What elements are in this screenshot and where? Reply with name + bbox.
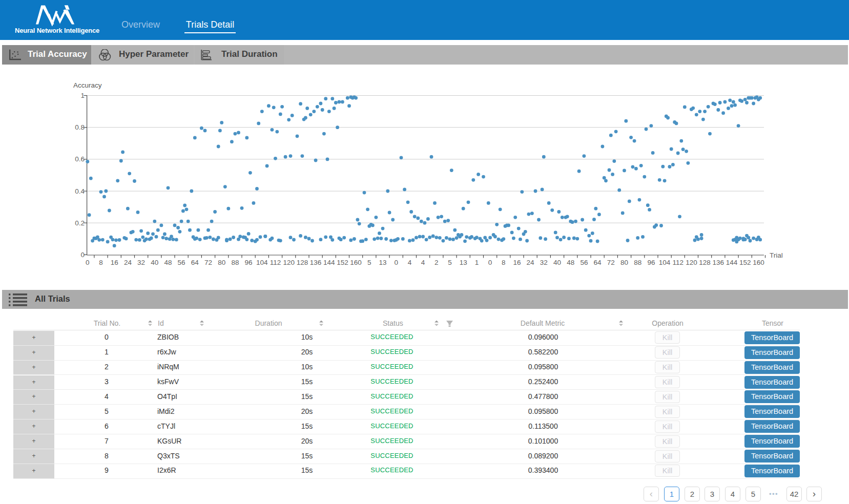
svg-text:128: 128 [297, 259, 308, 266]
svg-text:96: 96 [245, 259, 253, 266]
svg-text:4: 4 [408, 259, 412, 266]
svg-text:48: 48 [164, 259, 172, 266]
svg-text:160: 160 [350, 259, 362, 266]
svg-text:64: 64 [191, 259, 199, 266]
svg-text:152: 152 [337, 259, 348, 266]
svg-text:0: 0 [86, 259, 90, 266]
svg-text:0: 0 [394, 259, 398, 266]
svg-text:16: 16 [513, 259, 521, 266]
svg-text:144: 144 [323, 259, 335, 266]
svg-text:40: 40 [151, 259, 158, 266]
svg-text:0.4: 0.4 [75, 187, 85, 195]
svg-text:32: 32 [137, 259, 145, 266]
svg-text:24: 24 [124, 259, 132, 266]
svg-text:1: 1 [475, 259, 479, 266]
svg-text:0: 0 [488, 259, 492, 266]
svg-text:160: 160 [753, 259, 764, 266]
svg-text:0.6: 0.6 [75, 155, 85, 163]
svg-text:0.8: 0.8 [75, 123, 85, 131]
svg-text:80: 80 [620, 259, 628, 266]
svg-text:4: 4 [421, 259, 425, 266]
svg-text:13: 13 [379, 259, 386, 266]
svg-text:48: 48 [567, 259, 574, 266]
svg-text:1: 1 [80, 92, 85, 99]
svg-text:24: 24 [527, 259, 535, 266]
svg-text:5: 5 [448, 259, 452, 266]
svg-text:0: 0 [80, 251, 85, 259]
svg-text:136: 136 [310, 259, 322, 266]
svg-text:112: 112 [672, 259, 684, 266]
svg-text:104: 104 [659, 259, 671, 266]
svg-text:8: 8 [99, 259, 103, 266]
svg-text:64: 64 [594, 259, 602, 266]
svg-text:32: 32 [540, 259, 548, 266]
svg-text:120: 120 [686, 259, 697, 266]
svg-text:Accuracy: Accuracy [73, 81, 102, 89]
svg-text:120: 120 [283, 259, 295, 266]
svg-text:80: 80 [218, 259, 225, 266]
svg-text:13: 13 [460, 259, 467, 266]
svg-text:152: 152 [739, 259, 751, 266]
svg-text:88: 88 [634, 259, 641, 266]
svg-text:72: 72 [607, 259, 615, 266]
svg-text:Trial: Trial [770, 251, 783, 259]
svg-text:56: 56 [580, 259, 588, 266]
svg-text:128: 128 [699, 259, 711, 266]
svg-text:5: 5 [367, 259, 371, 266]
svg-text:2: 2 [434, 259, 439, 266]
svg-text:56: 56 [178, 259, 185, 266]
svg-text:72: 72 [204, 259, 212, 266]
svg-text:104: 104 [256, 259, 268, 266]
svg-text:96: 96 [647, 259, 655, 266]
svg-text:136: 136 [713, 259, 724, 266]
svg-text:88: 88 [231, 259, 239, 266]
svg-text:40: 40 [553, 259, 561, 266]
svg-text:144: 144 [726, 259, 738, 266]
svg-text:0.2: 0.2 [75, 219, 85, 227]
svg-text:16: 16 [111, 259, 118, 266]
svg-text:8: 8 [502, 259, 506, 266]
svg-text:112: 112 [270, 259, 281, 266]
